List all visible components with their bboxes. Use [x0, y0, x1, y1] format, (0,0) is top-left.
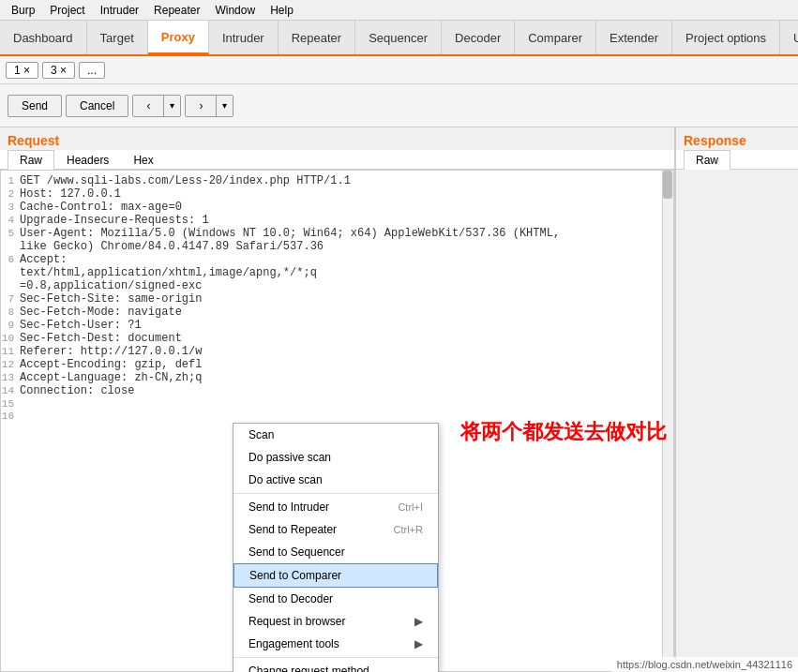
tab-raw[interactable]: Raw [8, 150, 54, 170]
ctx-active-scan[interactable]: Do active scan [233, 469, 438, 491]
main-area: Request Raw Headers Hex 1GET /www.sqli-l… [0, 127, 798, 672]
ctx-send-decoder[interactable]: Send to Decoder [233, 588, 438, 610]
ctx-send-intruder[interactable]: Send to Intruder Ctrl+I [233, 496, 438, 518]
tab-comparer[interactable]: Comparer [515, 21, 596, 54]
nav-fwd-button[interactable]: › [186, 96, 217, 116]
ctx-send-comparer[interactable]: Send to Comparer [233, 563, 438, 588]
tab-dashboard[interactable]: Dashboard [0, 21, 87, 54]
subtab-row: 1 × 3 × ... [0, 56, 798, 84]
ctx-passive-scan[interactable]: Do passive scan [233, 446, 438, 469]
ctx-change-request-method[interactable]: Change request method [233, 660, 438, 672]
nav-fwd-down-button[interactable]: ▾ [217, 96, 233, 116]
subtab-1[interactable]: 1 × [6, 62, 38, 79]
menu-repeater[interactable]: Repeater [146, 2, 207, 19]
response-title: Response [676, 127, 798, 150]
ctx-send-repeater[interactable]: Send to Repeater Ctrl+R [233, 518, 438, 541]
request-inner-tabs: Raw Headers Hex [0, 150, 674, 170]
status-bar: https://blog.csdn.net/weixin_44321116 [611, 657, 798, 672]
ctx-engagement-tools[interactable]: Engagement tools ▶ [233, 633, 438, 655]
tab-sequencer[interactable]: Sequencer [355, 21, 442, 54]
ctx-send-sequencer[interactable]: Send to Sequencer [233, 541, 438, 563]
tab-bar: Dashboard Target Proxy Intruder Repeater… [0, 21, 798, 56]
response-panel: Response Raw [676, 127, 798, 672]
context-menu: Scan Do passive scan Do active scan Send… [233, 423, 439, 672]
tab-response-raw[interactable]: Raw [684, 150, 730, 170]
toolbar: Send Cancel ‹ ▾ › ▾ [0, 84, 798, 127]
nav-back-button[interactable]: ‹ [133, 96, 164, 116]
response-inner-tabs: Raw [676, 150, 798, 170]
subtab-more[interactable]: ... [79, 62, 105, 79]
tab-intruder[interactable]: Intruder [209, 21, 279, 54]
menu-burp[interactable]: Burp [4, 2, 42, 19]
tab-headers[interactable]: Headers [54, 150, 121, 170]
tab-u[interactable]: U [780, 21, 798, 54]
request-title: Request [0, 127, 674, 150]
nav-back-group: ‹ ▾ [132, 95, 181, 117]
tab-target[interactable]: Target [87, 21, 148, 54]
ctx-scan[interactable]: Scan [233, 424, 438, 446]
send-button[interactable]: Send [8, 95, 62, 117]
tab-extender[interactable]: Extender [596, 21, 672, 54]
nav-back-down-button[interactable]: ▾ [164, 96, 180, 116]
menu-bar: Burp Project Intruder Repeater Window He… [0, 0, 798, 21]
tab-proxy[interactable]: Proxy [148, 21, 209, 54]
tab-project-options[interactable]: Project options [672, 21, 780, 54]
menu-intruder[interactable]: Intruder [93, 2, 146, 19]
menu-window[interactable]: Window [207, 2, 263, 19]
menu-project[interactable]: Project [42, 2, 92, 19]
ctx-request-in-browser[interactable]: Request in browser ▶ [233, 610, 438, 633]
nav-fwd-group: › ▾ [185, 95, 233, 117]
tab-repeater[interactable]: Repeater [279, 21, 355, 54]
cancel-button[interactable]: Cancel [66, 95, 128, 117]
tab-hex[interactable]: Hex [121, 150, 165, 170]
menu-help[interactable]: Help [263, 2, 301, 19]
tab-decoder[interactable]: Decoder [442, 21, 515, 54]
subtab-3[interactable]: 3 × [42, 62, 75, 79]
